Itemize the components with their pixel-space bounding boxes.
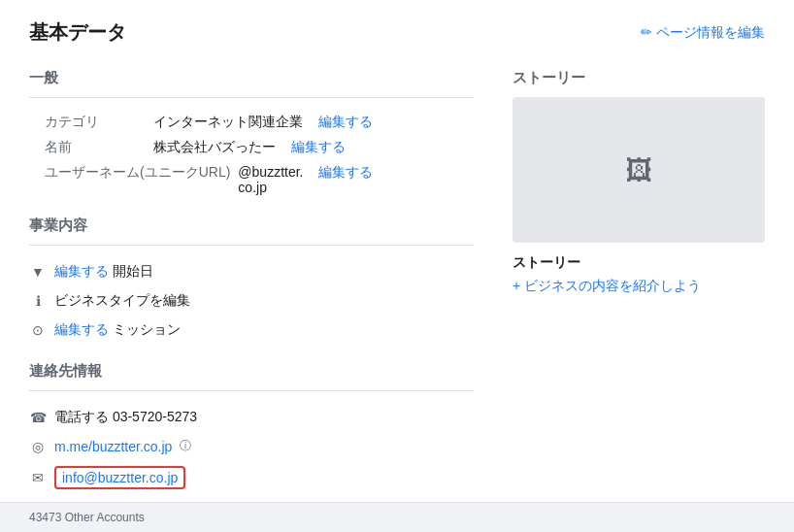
- general-divider: [29, 97, 474, 98]
- contact-section-title: 連絡先情報: [29, 362, 474, 381]
- story-section-title: ストーリー: [513, 69, 765, 87]
- messenger-link[interactable]: m.me/buzztter.co.jp: [54, 439, 172, 454]
- bottom-bar: 43473 Other Accounts: [0, 502, 794, 532]
- business-type-text: ビジネスタイプを編集: [54, 292, 190, 310]
- name-label: 名前: [29, 139, 146, 156]
- mission-text: 編集する ミッション: [54, 321, 181, 339]
- start-date-edit-text[interactable]: 編集する: [54, 263, 109, 279]
- phone-text: 電話する 03-5720-5273: [54, 409, 197, 426]
- email-icon: ✉: [29, 470, 47, 485]
- left-column: 一般 カテゴリ インターネット関連企業 編集する 名前 株式会社バズったー 編集…: [29, 69, 474, 532]
- page-title: 基本データ: [29, 19, 126, 46]
- category-value: インターネット関連企業: [153, 114, 303, 131]
- start-date-text: 編集する 開始日: [54, 263, 153, 281]
- business-type-item[interactable]: ℹ ビジネスタイプを編集: [29, 286, 474, 316]
- email-item: ✉ info@buzztter.co.jp: [29, 460, 474, 495]
- phone-item: ☎ 電話する 03-5720-5273: [29, 403, 474, 432]
- edit-page-link[interactable]: ✏ ページ情報を編集: [641, 24, 765, 42]
- right-column: ストーリー 🖼 ストーリー + ビジネスの内容を紹介しよう: [513, 69, 765, 532]
- username-label: ユーザーネーム(ユニークURL): [29, 164, 230, 182]
- general-section-title: 一般: [29, 69, 474, 87]
- username-value: @buzztter.co.jp: [238, 164, 303, 195]
- mission-item[interactable]: ⊙ 編集する ミッション: [29, 316, 474, 345]
- story-label: ストーリー: [513, 254, 765, 272]
- phone-icon: ☎: [29, 410, 47, 425]
- name-row: 名前 株式会社バズったー 編集する: [29, 135, 474, 160]
- category-edit-link[interactable]: 編集する: [318, 114, 373, 131]
- page-header: 基本データ ✏ ページ情報を編集: [29, 19, 765, 46]
- mission-edit-text[interactable]: 編集する: [54, 321, 109, 337]
- business-section-title: 事業内容: [29, 216, 474, 235]
- category-row: カテゴリ インターネット関連企業 編集する: [29, 110, 474, 135]
- messenger-info-icon[interactable]: ⓘ: [180, 438, 191, 454]
- content-layout: 一般 カテゴリ インターネット関連企業 編集する 名前 株式会社バズったー 編集…: [29, 69, 765, 532]
- username-edit-link[interactable]: 編集する: [318, 164, 373, 182]
- email-highlighted-box: info@buzztter.co.jp: [54, 466, 185, 489]
- category-label: カテゴリ: [29, 114, 146, 131]
- messenger-item: ◎ m.me/buzztter.co.jp ⓘ: [29, 432, 474, 460]
- business-divider: [29, 245, 474, 246]
- name-value: 株式会社バズったー: [153, 139, 276, 156]
- info-circle-icon: ℹ: [29, 293, 47, 309]
- settings-icon: ⊙: [29, 322, 47, 338]
- username-row: ユーザーネーム(ユニークURL) @buzztter.co.jp 編集する: [29, 160, 474, 199]
- messenger-icon: ◎: [29, 439, 47, 454]
- email-link[interactable]: info@buzztter.co.jp: [62, 470, 178, 485]
- triangle-icon: ▼: [29, 264, 47, 280]
- story-action-link[interactable]: + ビジネスの内容を紹介しよう: [513, 278, 701, 293]
- name-edit-link[interactable]: 編集する: [291, 139, 346, 156]
- add-photo-icon: 🖼: [625, 154, 652, 186]
- story-image-placeholder: 🖼: [513, 97, 765, 243]
- bottom-bar-text: 43473 Other Accounts: [29, 511, 145, 524]
- start-date-item[interactable]: ▼ 編集する 開始日: [29, 257, 474, 286]
- contact-divider: [29, 390, 474, 391]
